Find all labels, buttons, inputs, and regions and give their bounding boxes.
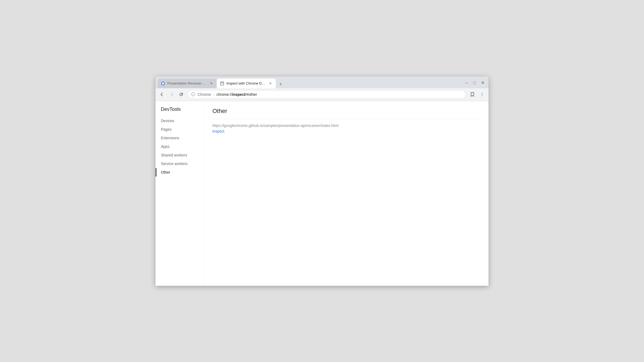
toolbar: i Chrome | chrome://inspect/#other <box>155 88 489 101</box>
main-panel: Other https://googlechrome.github.io/sam… <box>204 101 489 286</box>
address-path: chrome://inspect/#other <box>216 92 257 97</box>
sidebar-item-devices[interactable]: Devices <box>155 116 204 125</box>
address-path-bold: inspect <box>232 92 245 97</box>
address-origin: Chrome <box>198 92 211 97</box>
entry-url: https://googlechrome.github.io/samples/p… <box>212 123 480 128</box>
address-path-prefix: chrome:// <box>216 92 232 97</box>
sidebar: DevTools Devices Pages Extensions Apps S… <box>155 101 204 286</box>
tab-presentation-label: Presentation Receiver A… <box>167 81 207 85</box>
more-button[interactable] <box>478 90 486 99</box>
window-controls: – □ ✕ <box>463 79 486 87</box>
tab-strip: Presentation Receiver A… ✕ Inspect with … <box>158 79 486 88</box>
sidebar-item-extensions[interactable]: Extensions <box>155 134 204 142</box>
svg-point-5 <box>482 93 483 94</box>
address-separator: | <box>213 92 214 97</box>
sidebar-item-other-label: Other <box>161 170 170 174</box>
sidebar-item-pages-label: Pages <box>161 127 172 131</box>
svg-rect-1 <box>220 82 224 85</box>
sidebar-item-devices-label: Devices <box>161 119 174 123</box>
sidebar-item-other[interactable]: Other <box>155 168 204 177</box>
inspect-tab-icon <box>220 81 224 86</box>
sidebar-item-apps[interactable]: Apps <box>155 142 204 151</box>
tab-inspect[interactable]: Inspect with Chrome Dev… ✕ <box>217 79 276 88</box>
tab-presentation-close[interactable]: ✕ <box>209 81 214 86</box>
forward-button[interactable] <box>167 90 176 99</box>
svg-point-6 <box>482 94 483 95</box>
sidebar-item-pages[interactable]: Pages <box>155 125 204 134</box>
svg-point-7 <box>482 96 483 96</box>
sidebar-item-service-workers[interactable]: Service workers <box>155 159 204 168</box>
presentation-tab-icon <box>161 81 165 86</box>
sidebar-item-apps-label: Apps <box>161 144 169 149</box>
reload-button[interactable] <box>177 90 186 99</box>
address-bar[interactable]: i Chrome | chrome://inspect/#other <box>188 90 466 99</box>
minimize-button[interactable]: – <box>463 79 470 87</box>
security-icon: i <box>191 92 196 97</box>
sidebar-item-shared-workers-label: Shared workers <box>161 153 187 157</box>
tab-inspect-label: Inspect with Chrome Dev… <box>226 81 266 85</box>
entry-inspect-link[interactable]: inspect <box>212 129 224 133</box>
title-bar: Presentation Receiver A… ✕ Inspect with … <box>155 76 489 88</box>
sidebar-item-shared-workers[interactable]: Shared workers <box>155 151 204 159</box>
tab-presentation-receiver[interactable]: Presentation Receiver A… ✕ <box>158 79 217 88</box>
sidebar-title: DevTools <box>155 105 204 116</box>
bookmark-button[interactable] <box>468 90 477 99</box>
section-title: Other <box>212 108 480 115</box>
sidebar-item-extensions-label: Extensions <box>161 136 179 140</box>
toolbar-right <box>468 90 486 99</box>
svg-text:i: i <box>193 93 193 96</box>
section-divider <box>212 119 480 119</box>
entry-0: https://googlechrome.github.io/samples/p… <box>212 123 480 134</box>
tab-inspect-close[interactable]: ✕ <box>268 81 273 86</box>
browser-window: Presentation Receiver A… ✕ Inspect with … <box>155 76 489 286</box>
new-tab-button[interactable]: + <box>276 81 285 88</box>
address-path-suffix: /#other <box>245 92 257 97</box>
close-button[interactable]: ✕ <box>479 79 486 87</box>
maximize-button[interactable]: □ <box>471 79 478 87</box>
sidebar-item-service-workers-label: Service workers <box>161 162 188 166</box>
page-content: DevTools Devices Pages Extensions Apps S… <box>155 101 489 286</box>
back-button[interactable] <box>158 90 166 99</box>
